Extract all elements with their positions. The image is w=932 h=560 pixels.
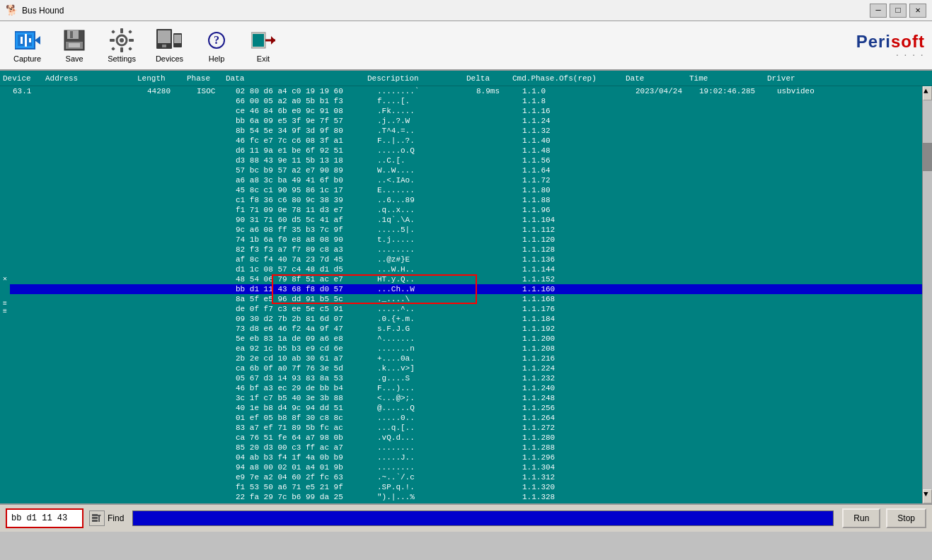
scrollbar[interactable]: ▲ ▼	[922, 86, 932, 503]
save-icon	[62, 28, 87, 53]
perisoft-logo: Perisoft · · · ·	[856, 32, 925, 59]
svg-rect-25	[174, 35, 181, 43]
table-row[interactable]: bb 6a 09 e5 3f 9e 7f 57.j..?.W1.1.24	[10, 116, 922, 126]
table-row[interactable]: f1 71 09 0e 78 11 d3 e7.q..x...1.1.96	[10, 205, 922, 215]
status-bar: bb d1 11 43 Find Run Stop	[0, 503, 932, 532]
svg-rect-30	[92, 517, 98, 519]
col-header-time: Time	[686, 74, 764, 83]
run-button[interactable]: Run	[842, 508, 880, 528]
search-display: bb d1 11 43	[6, 508, 84, 528]
table-row[interactable]: 2b 2e cd 10 ab 30 61 a7+....0a.1.1.216	[10, 354, 922, 363]
title-bar-left: 🐕 Bus Hound	[6, 4, 64, 16]
svg-rect-22	[158, 30, 171, 43]
svg-rect-31	[92, 514, 98, 516]
svg-rect-5	[29, 38, 31, 42]
svg-rect-3	[21, 37, 23, 44]
table-row[interactable]: 05 67 d3 14 93 83 8a 53.g....S1.1.232	[10, 373, 922, 383]
table-row[interactable]: 83 a7 ef 71 89 5b fc ac...q.[..1.1.272	[10, 423, 922, 433]
find-label[interactable]: Find	[108, 513, 124, 523]
svg-rect-19	[111, 47, 115, 51]
title-bar: 🐕 Bus Hound — □ ✕	[0, 0, 932, 21]
settings-label: Settings	[108, 54, 136, 63]
table-row[interactable]: 09 30 d2 7b 2b 81 6d 07.0.{+.m.1.1.184	[10, 314, 922, 324]
table-row[interactable]: 63.144280ISOC02 80 d6 a4 c0 19 19 60....…	[10, 86, 922, 96]
svg-rect-8	[70, 31, 73, 38]
table-row[interactable]: a6 a8 3c ba 49 41 6f b0..<.IAo.1.1.72	[10, 175, 922, 185]
left-marker-arrow: ✕	[3, 274, 7, 283]
table-row[interactable]: af 8c f4 40 7a 23 7d 45..@z#}E1.1.136	[10, 255, 922, 264]
exit-label: Exit	[257, 54, 270, 63]
table-row[interactable]: 9c a6 08 ff 35 b3 7c 9f.....5|.1.1.112	[10, 225, 922, 235]
table-row[interactable]: 74 1b 6a f0 e8 a8 08 90t.j.....1.1.120	[10, 235, 922, 245]
scroll-down-button[interactable]: ▼	[923, 489, 932, 503]
devices-icon	[156, 28, 182, 53]
save-button[interactable]: Save	[54, 24, 94, 66]
capture-label: Capture	[13, 54, 41, 63]
exit-button[interactable]: Exit	[243, 24, 283, 66]
find-icon	[89, 511, 105, 526]
table-row[interactable]: e9 7e a2 04 60 2f fc 63.~..`/.c1.1.312	[10, 472, 922, 482]
table-row[interactable]: 48 54 06 79 8f 51 ac e7HT.y.Q..1.1.152	[10, 274, 922, 284]
table-row[interactable]: 8b 54 5e 34 9f 3d 9f 80.T^4.=..1.1.32	[10, 126, 922, 136]
table-row[interactable]: de 0f f7 c3 ee 5e c5 91.....^..1.1.176	[10, 304, 922, 314]
help-button[interactable]: ? Help	[197, 24, 236, 66]
table-row[interactable]: 82 f3 f3 a7 f7 89 c8 a3........1.1.128	[10, 245, 922, 255]
table-row[interactable]: 73 d8 e6 46 f2 4a 9f 47s.F.J.G1.1.192	[10, 324, 922, 334]
minimize-button[interactable]: —	[870, 4, 887, 18]
settings-icon	[109, 28, 134, 53]
table-row[interactable]: d6 11 9a e1 be 6f 92 51.....o.Q1.1.48	[10, 146, 922, 156]
table-row[interactable]: 94 a8 00 02 01 a4 01 9b........1.1.304	[10, 462, 922, 472]
table-row[interactable]: 45 8c c1 90 95 86 1c 17E.......1.1.80	[10, 185, 922, 195]
table-row[interactable]: fc 06 ce 5f d1 51 f0 32..._Q.21.1.336	[10, 502, 922, 503]
table-row[interactable]: 8a 5f e5 96 dd 91 b5 5c._....\1.1.168	[10, 294, 922, 304]
svg-rect-13	[120, 28, 123, 33]
maximize-button[interactable]: □	[890, 4, 907, 18]
toolbar: Capture Save	[0, 21, 932, 71]
table-row[interactable]: 22 fa 29 7c b6 99 da 25").|...%1.1.328	[10, 492, 922, 502]
svg-rect-23	[162, 45, 166, 47]
svg-point-12	[120, 38, 124, 42]
table-row[interactable]: 40 1e b8 d4 9c 94 dd 51@......Q1.1.256	[10, 403, 922, 413]
col-header-date: Date	[623, 74, 686, 83]
table-row[interactable]: 57 bc b9 57 a2 e7 90 89W..W....1.1.64	[10, 165, 922, 175]
col-header-device: Device	[0, 74, 42, 83]
table-row[interactable]: c1 f8 36 c6 80 9c 38 39..6...891.1.88	[10, 195, 922, 205]
table-row[interactable]: ce 46 84 6b e0 9c 91 08.Fk.....1.1.16	[10, 106, 922, 116]
scroll-up-button[interactable]: ▲	[923, 86, 932, 100]
left-marker-lines: ≡	[3, 300, 7, 308]
table-row[interactable]: 01 ef 05 b8 8f 30 c8 8c.....0..1.1.264	[10, 413, 922, 423]
table-row[interactable]: 3c 1f c7 b5 40 3e 3b 88<...@>;.1.1.248	[10, 393, 922, 403]
capture-icon	[15, 28, 40, 53]
table-row[interactable]: 5e eb 83 1a de 09 a6 e8^.......1.1.200	[10, 334, 922, 344]
table-row[interactable]: d3 88 43 9e 11 5b 13 18..C.[.1.1.56	[10, 156, 922, 165]
help-label: Help	[209, 54, 225, 63]
svg-rect-4	[25, 34, 27, 47]
scroll-thumb[interactable]	[923, 143, 932, 171]
table-row[interactable]: 85 20 d3 00 c3 ff ac a7........1.1.288	[10, 443, 922, 453]
table-row[interactable]: ca 6b 0f a0 7f 76 3e 5d.k...v>]1.1.224	[10, 363, 922, 373]
table-row[interactable]: 66 00 05 a2 a0 5b b1 f3f....[.1.1.8	[10, 96, 922, 106]
close-button[interactable]: ✕	[909, 4, 926, 18]
svg-rect-16	[129, 39, 134, 42]
capture-button[interactable]: Capture	[7, 24, 47, 66]
col-header-driver: Driver	[764, 74, 821, 83]
stop-button[interactable]: Stop	[886, 508, 926, 528]
svg-marker-29	[271, 36, 275, 45]
table-row[interactable]: ea 92 1c b5 b3 e9 cd 6e.......n1.1.208	[10, 344, 922, 354]
table-row[interactable]: ca 76 51 fe 64 a7 98 0b.vQ.d...1.1.280	[10, 433, 922, 443]
col-header-length: Length	[134, 74, 184, 83]
table-row[interactable]: f1 53 50 a6 71 e5 21 9f.SP.q.!.1.1.320	[10, 482, 922, 492]
data-area[interactable]: ✕ ≡ ≡ 63.144280ISOC02 80 d6 a4 c0 19 19 …	[0, 86, 932, 503]
progress-bar	[132, 511, 834, 526]
table-row[interactable]: bb d1 11 43 68 f8 d0 57...Ch..W1.1.160	[10, 284, 922, 294]
table-row[interactable]: 04 ab b3 f4 1f 4a 0b b9.....J..1.1.296	[10, 453, 922, 462]
table-row[interactable]: d1 1c 08 57 c4 48 d1 d5...W.H..1.1.144	[10, 264, 922, 274]
devices-button[interactable]: Devices	[149, 24, 190, 66]
table-row[interactable]: 46 bf a3 ec 29 de bb b4F...)...1.1.240	[10, 383, 922, 393]
svg-rect-17	[111, 30, 115, 34]
settings-button[interactable]: Settings	[101, 24, 142, 66]
help-icon: ?	[204, 28, 229, 53]
table-row[interactable]: 90 31 71 60 d5 5c 41 af.1q`.\A.1.1.104	[10, 215, 922, 225]
table-row[interactable]: 46 fc e7 7c c6 08 3f a1F..|..?.1.1.40	[10, 136, 922, 146]
rows-container: 63.144280ISOC02 80 d6 a4 c0 19 19 60....…	[10, 86, 922, 503]
